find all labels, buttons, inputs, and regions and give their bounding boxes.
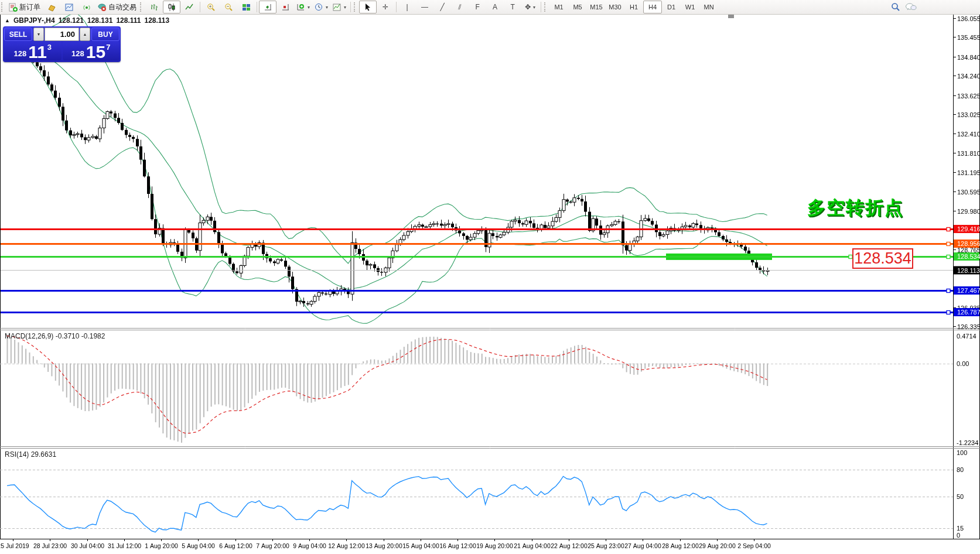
one-click-trading-panel: SELL ▼ 1.00 ▲ BUY 128 11 3 128 15 7	[3, 26, 121, 62]
profiles-button[interactable]	[43, 1, 60, 13]
indicators-icon	[296, 3, 305, 12]
buy-price-big: 15	[86, 45, 105, 60]
zoom-out-button[interactable]	[220, 1, 237, 13]
auto-trading-label: 自动交易	[108, 2, 136, 12]
label-tool-button[interactable]: T	[504, 1, 521, 13]
timeframe-button-W1[interactable]: W1	[681, 1, 699, 13]
buy-button[interactable]: BUY	[91, 28, 119, 41]
quote-low: 128.111	[116, 16, 141, 25]
vertical-line-icon: |	[406, 4, 408, 11]
periods-button[interactable]: ▾	[312, 1, 330, 13]
timeframe-button-M1[interactable]: M1	[549, 1, 568, 13]
timeframe-button-H1[interactable]: H1	[624, 1, 643, 13]
timeframe-button-M5[interactable]: M5	[568, 1, 587, 13]
chevron-down-icon: ▾	[308, 5, 310, 10]
text-tool-button[interactable]: A	[486, 1, 504, 13]
crosshair-icon: ✛	[383, 4, 388, 11]
quote-close: 128.113	[144, 16, 169, 25]
shapes-tool-button[interactable]: ✥ ▾	[521, 1, 539, 13]
timeframe-button-H4[interactable]: H4	[643, 1, 662, 13]
signal-icon	[83, 3, 91, 12]
timeframe-button-D1[interactable]: D1	[662, 1, 681, 13]
timeframe-button-M30[interactable]: M30	[606, 1, 624, 13]
tile-windows-icon	[242, 3, 251, 12]
channel-tool-button[interactable]: ⫽	[451, 1, 469, 13]
panel-collapse-icon[interactable]: ▲	[5, 18, 10, 23]
zoom-out-icon	[224, 3, 233, 12]
buy-price[interactable]: 128 15 7	[63, 42, 120, 60]
sell-price-small: 128	[13, 49, 26, 58]
auto-trading-button[interactable]: 自动交易	[95, 1, 139, 13]
new-order-icon	[9, 3, 18, 12]
horizontal-line-tool-button[interactable]: —	[416, 1, 433, 13]
price-level-box[interactable]: 128.534	[852, 248, 913, 269]
toolbar-separator	[396, 2, 397, 12]
quote-high: 128.131	[87, 16, 112, 25]
toolbar: 新订单 自动交易 ▾ ▾	[0, 0, 980, 15]
macd-name: MACD(12,26,9)	[5, 332, 53, 340]
line-chart-icon	[185, 3, 194, 12]
toolbar-grip[interactable]	[140, 2, 144, 12]
crosshair-tool-button[interactable]: ✛	[377, 1, 394, 13]
macd-signal-value: -0.1982	[81, 332, 105, 340]
toolbar-separator	[200, 2, 200, 12]
auto-scroll-button[interactable]	[259, 1, 276, 13]
new-order-button[interactable]: 新订单	[6, 1, 43, 13]
chevron-down-icon: ▾	[326, 5, 328, 10]
rsi-indicator-label: RSI(14) 29.6631	[5, 450, 56, 459]
sell-price-big: 11	[28, 45, 47, 60]
volume-down-button[interactable]: ▼	[33, 28, 44, 41]
symbol-period-label: GBPJPY-,H4	[13, 16, 55, 25]
chart-shift-button[interactable]	[276, 1, 294, 13]
bar-chart-icon	[150, 3, 159, 12]
bar-chart-button[interactable]	[145, 1, 163, 13]
chat-icon[interactable]	[905, 2, 917, 12]
line-chart-button[interactable]	[180, 1, 198, 13]
indicators-button[interactable]: ▾	[294, 1, 312, 13]
fibonacci-tool-button[interactable]: F	[469, 1, 486, 13]
volume-input[interactable]: 1.00	[45, 28, 79, 41]
quote-open: 128.121	[59, 16, 84, 25]
vertical-line-tool-button[interactable]: |	[398, 1, 416, 13]
auto-scroll-icon	[264, 3, 272, 12]
cursor-icon	[364, 3, 372, 11]
toolbar-separator	[257, 2, 257, 12]
chart-canvas[interactable]	[0, 0, 980, 554]
chart-scroll-marker[interactable]	[728, 15, 734, 18]
templates-button[interactable]: ▾	[330, 1, 349, 13]
trendline-icon: ╱	[440, 4, 444, 11]
trendline-tool-button[interactable]: ╱	[433, 1, 451, 13]
zoom-in-button[interactable]	[202, 1, 220, 13]
auto-trading-icon	[98, 3, 107, 12]
volume-up-button[interactable]: ▲	[80, 28, 90, 41]
signals-button[interactable]	[78, 1, 95, 13]
search-icon[interactable]	[891, 2, 900, 12]
toolbar-grip[interactable]	[544, 2, 548, 12]
cursor-tool-button[interactable]	[359, 1, 377, 13]
template-icon	[333, 3, 342, 12]
toolbar-separator	[350, 2, 351, 12]
macd-main-value: -0.3710	[56, 332, 80, 340]
profile-icon	[47, 3, 56, 12]
tile-windows-button[interactable]	[237, 1, 255, 13]
shapes-icon: ✥	[525, 4, 531, 11]
fibonacci-icon: F	[475, 4, 479, 11]
timeframe-button-MN[interactable]: MN	[699, 1, 718, 13]
pivot-annotation[interactable]: 多空转折点	[807, 196, 904, 220]
rsi-value: 29.6631	[31, 450, 56, 459]
clock-icon	[315, 3, 323, 12]
window-chart-icon	[65, 3, 74, 12]
market-watch-button[interactable]	[60, 1, 78, 13]
toolbar-separator	[541, 2, 541, 12]
timeframe-button-M15[interactable]: M15	[587, 1, 606, 13]
new-order-label: 新订单	[19, 2, 40, 12]
sell-button[interactable]: SELL	[4, 28, 32, 41]
text-tool-icon: A	[493, 4, 497, 11]
chart-title: ▲ GBPJPY-,H4 128.121 128.131 128.111 128…	[5, 16, 169, 25]
channel-icon: ⫽	[458, 4, 461, 11]
sell-price[interactable]: 128 11 3	[4, 42, 62, 60]
candlestick-chart-button[interactable]	[163, 1, 180, 13]
toolbar-grip[interactable]	[1, 2, 5, 12]
toolbar-grip[interactable]	[354, 2, 358, 12]
zoom-in-icon	[207, 3, 216, 12]
